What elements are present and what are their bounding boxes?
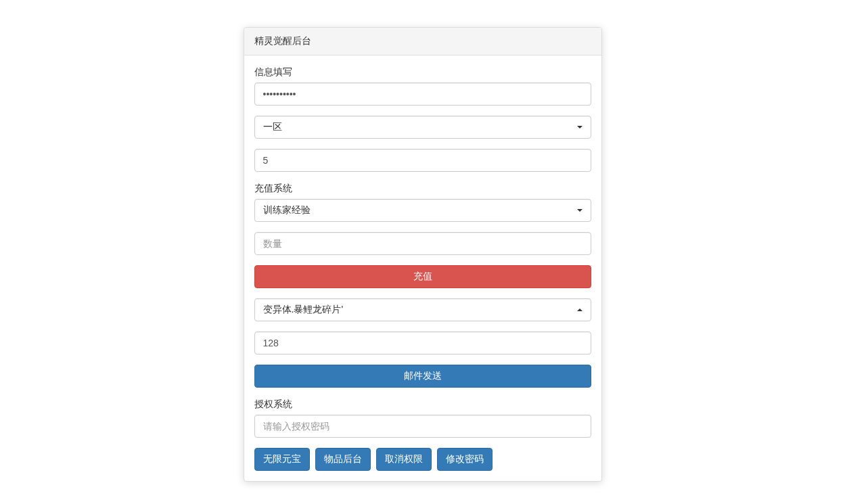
mail-item-selected-text: 变异体.暴鲤龙碎片'	[263, 303, 344, 317]
mail-button-group: 邮件发送	[254, 365, 591, 388]
panel-body: 信息填写 一区 充值系统 训练家经验 充值	[244, 55, 601, 481]
mail-count-input[interactable]	[254, 331, 591, 354]
zone-selected-text: 一区	[263, 120, 282, 134]
action-buttons-row: 无限元宝 物品后台 取消权限 修改密码	[254, 448, 591, 471]
admin-panel: 精灵觉醒后台 信息填写 一区 充值系统 训练家经验	[244, 27, 602, 482]
recharge-button-group: 充值	[254, 265, 591, 288]
caret-up-icon	[577, 308, 583, 311]
auth-input[interactable]	[254, 415, 591, 438]
items-button[interactable]: 物品后台	[315, 448, 371, 471]
panel-title: 精灵觉醒后台	[244, 28, 601, 55]
mail-item-group: 变异体.暴鲤龙碎片'	[254, 298, 591, 321]
revoke-button[interactable]: 取消权限	[376, 448, 432, 471]
recharge-label: 充值系统	[254, 182, 292, 196]
caret-down-icon	[577, 126, 583, 129]
mail-count-group	[254, 331, 591, 354]
unlimited-button[interactable]: 无限元宝	[254, 448, 310, 471]
number-group	[254, 149, 591, 172]
quantity-input[interactable]	[254, 232, 591, 255]
recharge-type-group: 训练家经验	[254, 199, 591, 222]
quantity-group	[254, 232, 591, 255]
change-password-button[interactable]: 修改密码	[437, 448, 493, 471]
recharge-group: 充值系统 训练家经验	[254, 182, 591, 222]
recharge-type-select[interactable]: 训练家经验	[254, 199, 591, 222]
mail-send-button[interactable]: 邮件发送	[254, 365, 591, 388]
zone-select[interactable]: 一区	[254, 116, 591, 139]
zone-select-group: 一区	[254, 116, 591, 139]
number-input[interactable]	[254, 149, 591, 172]
caret-down-icon	[577, 209, 583, 212]
mail-item-select[interactable]: 变异体.暴鲤龙碎片'	[254, 298, 591, 321]
recharge-button[interactable]: 充值	[254, 265, 591, 288]
info-group: 信息填写	[254, 66, 591, 106]
recharge-type-selected-text: 训练家经验	[263, 204, 311, 217]
password-input[interactable]	[254, 83, 591, 106]
auth-label: 授权系统	[254, 398, 292, 411]
auth-group: 授权系统	[254, 398, 591, 438]
info-label: 信息填写	[254, 66, 292, 79]
